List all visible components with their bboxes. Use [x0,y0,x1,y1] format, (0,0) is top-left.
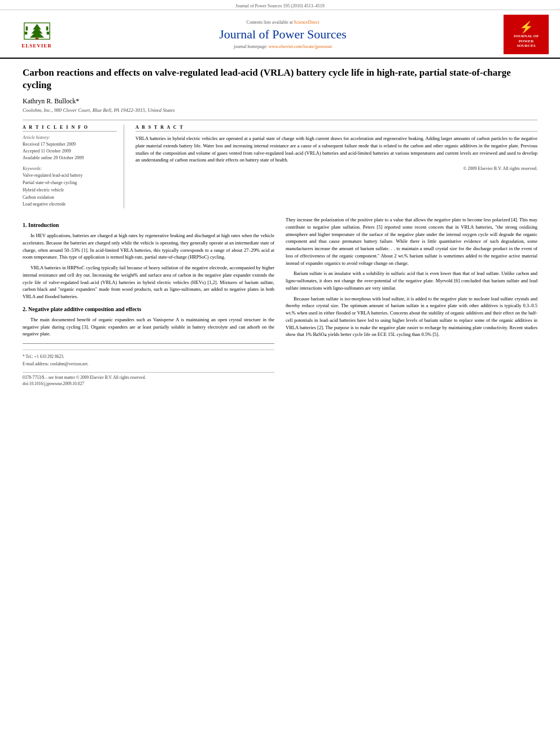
info-abstract-block: A R T I C L E I N F O Article history: R… [23,120,537,208]
journal-name: Journal of Power Sources [62,27,504,42]
article-title: Carbon reactions and effects on valve-re… [23,67,537,91]
history-label: Article history: [23,135,117,140]
page: Journal of Power Sources 195 (2010) 4513… [0,0,560,747]
article-content: Carbon reactions and effects on valve-re… [0,59,560,395]
homepage-line: journal homepage: www.elsevier.com/locat… [62,44,504,49]
section1-para1: In HEV applications, batteries are charg… [23,232,274,261]
email-line: E-mail address: coolahm@verizon.net. [23,361,274,367]
doi-line: doi:10.1016/j.jpowsour.2009.10.027 [23,381,274,387]
author-name: Kathryn R. Bullock* [23,97,537,106]
abstract-copyright: © 2009 Elsevier B.V. All rights reserved… [135,166,537,171]
abstract-column: A B S T R A C T VRLA batteries in hybrid… [135,125,537,208]
sciencedirect-link[interactable]: ScienceDirect [294,20,320,25]
footer-area: * Tel.: +1 610 292 8623. E-mail address:… [23,343,274,387]
keyword-2: Partial state-of-charge cycling [23,180,117,187]
right-para1: They increase the polarization of the po… [286,216,537,267]
footer-divider [23,350,274,350]
journal-citation: Journal of Power Sources 195 (2010) 4513… [0,0,560,10]
abstract-text: VRLA batteries in hybrid electric vehicl… [135,135,537,164]
article-info-label: A R T I C L E I N F O [23,125,117,132]
issn-block: 0378-7753/$ – see front matter © 2009 El… [23,372,274,387]
article-info-column: A R T I C L E I N F O Article history: R… [23,125,124,208]
section1-heading: 1. Introduction [23,221,274,229]
homepage-url[interactable]: www.elsevier.com/locate/jpowsour [269,44,332,49]
section2-heading: 2. Negative plate additive composition a… [23,305,274,313]
right-para3: Because barium sulfate is iso-morphous w… [286,295,537,339]
svg-rect-9 [46,32,49,34]
body-right-col: They increase the polarization of the po… [286,216,537,387]
keywords-label: Keywords: [23,166,117,171]
section2-para1: The main documented benefit of organic e… [23,316,274,338]
header-row: ELSEVIER Contents lists available at Sci… [0,10,560,59]
right-para2: Barium sulfate is an insulator with a so… [286,270,537,291]
keyword-5: Lead negative electrode [23,201,117,208]
citation-text: Journal of Power Sources 195 (2010) 4513… [235,3,324,8]
issn-line: 0378-7753/$ – see front matter © 2009 El… [23,374,274,381]
keywords-list: Valve-regulated lead-acid battery Partia… [23,172,117,208]
journal-title-block: Contents lists available at ScienceDirec… [62,20,504,49]
logo-text: JOURNAL OF POWER SOURCES [514,34,539,48]
elsevier-tree-icon [21,20,53,42]
elsevier-wordmark: ELSEVIER [21,43,52,49]
received-date: Received 17 September 2009 Accepted 11 O… [23,141,117,161]
keyword-4: Carbon oxidation [23,194,117,202]
svg-rect-8 [24,32,27,34]
svg-rect-5 [35,38,38,40]
elsevier-logo: ELSEVIER [11,19,62,50]
bolt-icon: ⚡ [519,20,533,34]
body-columns: 1. Introduction In HEV applications, bat… [23,216,537,387]
keyword-1: Valve-regulated lead-acid battery [23,172,117,180]
keyword-3: Hybrid electric vehicle [23,187,117,194]
section1-para2: VRLA batteries in HRPSoC cycling typical… [23,264,274,300]
abstract-label: A B S T R A C T [135,125,537,132]
svg-rect-7 [46,27,48,30]
footnote-star: * Tel.: +1 610 292 8623. [23,353,274,360]
power-sources-logo: ⚡ JOURNAL OF POWER SOURCES [504,15,549,54]
footer-notes: * Tel.: +1 610 292 8623. E-mail address:… [23,353,274,387]
contents-line: Contents lists available at ScienceDirec… [62,20,504,25]
svg-rect-6 [25,27,28,30]
affiliation: Coolohm, Inc., 980 Clover Court, Blue Be… [23,107,537,113]
body-left-col: 1. Introduction In HEV applications, bat… [23,216,274,387]
